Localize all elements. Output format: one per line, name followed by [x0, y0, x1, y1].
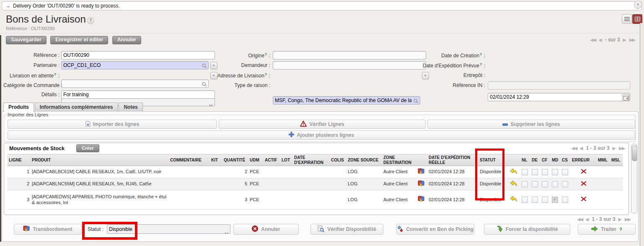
creation-date-input[interactable]: [488, 93, 630, 101]
pager-prev-icon[interactable]: ◀: [579, 146, 583, 151]
forcer-disponibilite-button[interactable]: Forcer la disponibilité: [484, 224, 570, 235]
undo-icon[interactable]: [510, 182, 517, 187]
undo-icon[interactable]: [510, 198, 517, 203]
backorder-input[interactable]: [61, 79, 209, 88]
col-quantite[interactable]: QUANTITÉ: [222, 154, 248, 166]
error-x-icon[interactable]: [581, 182, 587, 187]
col-cf[interactable]: CF: [541, 154, 551, 166]
help-icon[interactable]: ?: [619, 227, 622, 232]
checkbox-de[interactable]: [532, 197, 538, 203]
convertir-picking-button[interactable]: Convertir en Bon de Picking: [396, 224, 474, 235]
creation-date-field[interactable]: [488, 93, 630, 101]
col-zone-source[interactable]: ZONE SOURCE: [347, 154, 382, 166]
checkbox-cs[interactable]: [562, 197, 568, 203]
window-scrollbar-edge[interactable]: [640, 23, 644, 246]
pack-hand-icon[interactable]: [418, 198, 424, 203]
partner-field[interactable]: [61, 61, 209, 69]
cancel-button[interactable]: Annuler: [112, 36, 141, 44]
table-scrollbar[interactable]: [631, 144, 637, 214]
undo-icon[interactable]: [510, 170, 517, 175]
reference-field[interactable]: [61, 51, 215, 59]
calendar-icon[interactable]: [622, 94, 629, 101]
col-actif[interactable]: ACTIF: [264, 154, 280, 166]
search-icon[interactable]: [202, 63, 207, 70]
pager-prev-icon[interactable]: ◀: [598, 37, 602, 43]
delivery-address-input[interactable]: [273, 96, 420, 105]
backorder-field[interactable]: [61, 79, 209, 88]
requestor-input[interactable]: [273, 61, 426, 69]
col-de[interactable]: DE: [530, 154, 541, 166]
tab-informations-complementaires[interactable]: Informations complémentaires: [35, 102, 118, 112]
details-field[interactable]: [61, 90, 215, 99]
delete-lines-button[interactable]: Supprimer les lignes: [427, 120, 635, 129]
checkbox-cs[interactable]: [562, 169, 568, 175]
scrollbar-thumb[interactable]: [632, 146, 637, 161]
transbordement-button[interactable]: Transbordement: [14, 224, 82, 235]
col-ligne[interactable]: LIGNE: [8, 154, 31, 166]
checkbox-nl[interactable]: [522, 169, 528, 175]
statut-select[interactable]: Disponible: [107, 224, 230, 234]
table-row[interactable]: 3 [ADAPCAMEDWS] APPAREIL PHOTO numérique…: [8, 190, 623, 210]
pack-hand-icon[interactable]: [418, 170, 424, 175]
reference-input[interactable]: [61, 51, 215, 59]
create-button[interactable]: Créer: [76, 144, 99, 152]
traiter-button[interactable]: Traiter ?: [578, 224, 636, 235]
col-commentaire[interactable]: COMMENTAIRE: [169, 154, 210, 166]
pager-last-icon[interactable]: ▶▶: [619, 146, 624, 151]
pack-hand-icon[interactable]: [418, 182, 424, 187]
pager-next-icon[interactable]: ▶: [623, 37, 626, 43]
col-msl[interactable]: MSL: [610, 154, 623, 166]
annuler-button[interactable]: Annuler: [233, 224, 299, 235]
checkbox-cf[interactable]: [542, 181, 548, 187]
checkbox-cf[interactable]: [542, 169, 548, 175]
tab-notes[interactable]: Notes: [119, 102, 142, 112]
col-lot[interactable]: LOT: [280, 154, 293, 166]
check-lines-button[interactable]: Vérifier Lignes: [219, 120, 426, 129]
save-and-edit-button[interactable]: Enregistrer et éditer: [50, 36, 108, 44]
col-date-expedition-reelle[interactable]: DATE D'EXPÉDITION RÉELLE: [427, 154, 478, 166]
col-mml[interactable]: MML: [597, 154, 610, 166]
list-view-button[interactable]: [622, 14, 632, 24]
details-input[interactable]: [61, 90, 215, 99]
checkbox-md[interactable]: [552, 181, 558, 187]
col-colis[interactable]: COLIS: [330, 154, 347, 166]
col-date-expiration[interactable]: DATE D'EXPIRATION: [293, 154, 330, 166]
import-lines-button[interactable]: Importer des lignes: [8, 120, 217, 129]
col-erreur[interactable]: ERREUR: [571, 154, 597, 166]
table-row[interactable]: 2 [ADAPCABLNC55M] CABLE RESEAUX, 5m, RJ4…: [8, 178, 623, 190]
pager-last-icon[interactable]: ▶▶: [629, 37, 635, 43]
checkbox-de[interactable]: [532, 181, 538, 187]
error-x-icon[interactable]: [581, 170, 587, 175]
requestor-field[interactable]: [273, 61, 426, 69]
pager-next-icon[interactable]: ▶: [613, 146, 616, 151]
col-zone-destination[interactable]: ZONE DESTINATION: [382, 154, 415, 166]
tab-produits[interactable]: Produits: [3, 102, 34, 112]
error-x-icon[interactable]: [581, 197, 587, 202]
pager-first-icon[interactable]: ◀◀: [590, 37, 595, 43]
col-cs[interactable]: CS: [561, 154, 571, 166]
checkbox-nl[interactable]: [522, 181, 528, 187]
add-multiple-lines-button[interactable]: Ajouter plusieurs lignes: [8, 131, 635, 140]
checkbox-de[interactable]: [532, 169, 538, 175]
checkbox-nl[interactable]: [522, 197, 528, 203]
origin-field[interactable]: [273, 51, 426, 59]
col-nl[interactable]: NL: [520, 154, 530, 166]
save-button[interactable]: Sauvegarder: [6, 36, 47, 44]
checkbox-cs[interactable]: [562, 181, 568, 187]
pager-first-icon[interactable]: ◀◀: [571, 146, 577, 151]
partner-input[interactable]: [61, 61, 209, 69]
col-statut[interactable]: STATUT: [478, 154, 506, 166]
form-view-button[interactable]: [632, 14, 642, 24]
checkbox-md[interactable]: [552, 197, 558, 203]
search-icon[interactable]: [413, 98, 419, 105]
notification-close-icon[interactable]: ×: [634, 1, 642, 9]
search-icon[interactable]: [202, 81, 207, 89]
checkbox-md[interactable]: [552, 169, 558, 175]
origin-input[interactable]: [273, 51, 426, 59]
col-md[interactable]: MD: [551, 154, 561, 166]
delivery-address-field[interactable]: [273, 96, 420, 105]
col-kit[interactable]: KIT: [210, 154, 222, 166]
col-udm[interactable]: UDM: [248, 154, 264, 166]
verifier-disponibilite-button[interactable]: Vérifier Disponibilité: [310, 224, 383, 235]
col-produit[interactable]: PRODUIT: [31, 154, 169, 166]
